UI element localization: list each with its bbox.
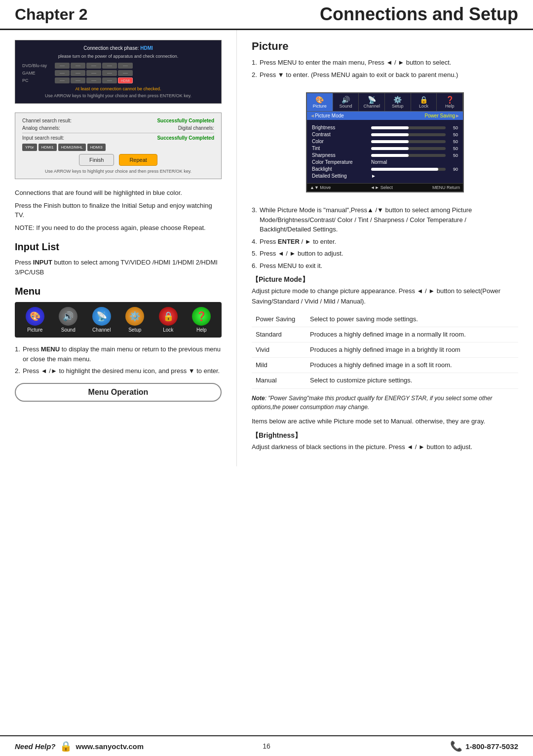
picture-mode-desc: Adjust picture mode to change picture ap… [252,286,518,307]
conn-footer: Use ARROW keys to highlight your choice … [22,93,214,98]
phone-icon: 📞 [450,740,462,752]
tv-tab-setup: ⚙️Setup [385,93,411,111]
tv-tab-picture: 🎨Picture [307,93,333,111]
picture-heading: Picture [252,40,518,53]
picture-mode-bracket: 【Picture Mode】 [252,275,518,284]
mode-desc-manual: Select to customize picture settings. [306,373,518,388]
menu-icon-lock[interactable]: 🔒 Lock [152,305,185,335]
mode-name-mild: Mild [252,358,306,373]
chan-digital-label: Digital channels: [178,125,214,131]
conn-title: Connection check phase: [83,45,139,51]
mode-desc-vivid: Produces a highly defined image in a bri… [306,342,518,357]
page-title: Connections and Setup [320,4,518,25]
menu-bullets: Press MENU to display the main menu or r… [15,344,222,376]
footer-left: Need Help? 🔒 www.sanyoctv.com [15,740,144,752]
tv-ui-body: Brightness 50 Contrast 50 Color 50 [307,122,463,183]
connection-check-screen: Connection check phase: HDMI please turn… [15,40,222,104]
page-header: Chapter 2 Connections and Setup [0,0,533,30]
menu-icon-setup[interactable]: ⚙️ Setup [119,305,152,335]
input-list-desc: Press INPUT button to select among TV/VI… [15,258,222,277]
picture-bullet-4: Press ENTER / ► to enter. [252,237,518,247]
chan-channels-row: Analog channels: Digital channels: [22,125,214,131]
brightness-bracket: 【Brightness】 [252,431,518,440]
page-footer: Need Help? 🔒 www.sanyoctv.com 16 📞 1-800… [0,735,533,756]
picture-bullets: Press MENU to enter the main menu, Press… [252,58,518,79]
menu-lock-label: Lock [163,327,173,333]
help-icon: ❓ [192,307,211,326]
mode-name-vivid: Vivid [252,342,306,357]
menu-channel-label: Channel [92,327,111,333]
picture-bullet-2: Press ▼ to enter. (Press MENU again to e… [252,70,518,80]
tv-mode-value: Power Saving [424,113,455,118]
mode-row-mild: Mild Produces a highly defined image in … [252,358,518,373]
tv-ui-screenshot: 🎨Picture 🔊Sound 📡Channel ⚙️Setup 🔒Lock [306,92,464,192]
tv-tab-lock: 🔒Lock [411,93,437,111]
menu-bullet-1: Press MENU to display the main menu or r… [15,344,222,364]
chan-footer: Use ARROW keys to highlight your choice … [22,169,214,174]
picture-bullets-3-6: While Picture Mode is "manual",Press▲ /▼… [252,205,518,270]
menu-heading: Menu [15,286,222,297]
setup-icon: ⚙️ [125,307,144,326]
picture-bullet-3: While Picture Mode is "manual",Press▲ /▼… [252,205,518,234]
left-text-block: Connections that are found will be highl… [15,188,222,232]
tv-contrast-row: Contrast 50 [312,132,458,137]
conn-row-pc: PC ── ── ── ── HDMI [22,77,214,83]
chan-result-row: Channel search result: Successfully Comp… [22,118,214,123]
mode-name-standard: Standard [252,327,306,342]
picture-bullet-6: Press MENU to exit it. [252,261,518,271]
input-list-text: Press INPUT button to select among TV/VI… [15,258,222,277]
tv-sharpness-row: Sharpness 50 [312,152,458,158]
menu-sound-label: Sound [61,327,76,333]
mode-name-manual: Manual [252,373,306,388]
tv-color-row: Color 50 [312,139,458,144]
menu-bullet-2: Press ◄ /► to highlight the desired menu… [15,366,222,376]
tv-ui-footer: ▲▼ Move ◄► Select MENU Return [307,183,463,191]
conn-hdmi: HDMI [140,45,153,51]
menu-icon-picture[interactable]: 🎨 Picture [19,305,51,335]
footer-page-number: 16 [263,742,270,750]
mode-row-standard: Standard Produces a highly defined image… [252,327,518,342]
channel-icon: 📡 [92,307,111,326]
tv-tab-channel: 📡Channel [359,93,385,111]
right-column: Picture Press MENU to enter the main men… [237,30,533,466]
menu-help-label: Help [196,327,207,333]
menu-icon-help[interactable]: ❓ Help [186,305,218,335]
padlock-icon: 🔒 [60,740,72,752]
menu-icon-channel[interactable]: 📡 Channel [85,305,118,335]
chan-source-buttons: YPbr HDMI1 HDMI2/MHL HDMI3 [22,144,214,151]
left-column: Connection check phase: HDMI please turn… [0,30,237,466]
text-repeat-note: NOTE: If you need to do the process agai… [15,223,222,233]
menu-icon-sound[interactable]: 🔊 Sound [52,305,85,335]
chan-result-label: Channel search result: [22,118,72,123]
conn-subtitle: please turn on the power of apparatus an… [22,54,214,59]
tv-detailed-row: Detailed Setting ► [312,173,458,179]
finish-button[interactable]: Finish [79,154,114,166]
mode-desc-standard: Produces a highly defined image in a nor… [306,327,518,342]
tv-brightness-row: Brightness 50 [312,125,458,130]
mode-row-vivid: Vivid Produces a highly defined image in… [252,342,518,357]
need-help-label: Need Help? [15,742,56,751]
mode-table: Power Saving Select to power saving mode… [252,312,518,389]
menu-picture-label: Picture [27,327,42,333]
tv-tint-row: Tint 50 [312,146,458,151]
tv-ui-tabs: 🎨Picture 🔊Sound 📡Channel ⚙️Setup 🔒Lock [307,93,463,112]
tv-mode-label: Picture Mode [315,113,424,118]
lock-icon: 🔒 [159,307,178,326]
sound-icon: 🔊 [59,307,77,326]
menu-setup-label: Setup [128,327,141,333]
repeat-button[interactable]: Repeat [119,154,157,166]
tv-tab-help: ❓Help [437,93,463,111]
picture-bullet-1: Press MENU to enter the main menu, Press… [252,58,518,68]
chan-input-result-row: Input search result: Successfully Comple… [22,135,214,141]
menu-icon-bar: 🎨 Picture 🔊 Sound 📡 Channel ⚙️ Setup 🔒 L… [15,302,222,338]
source-hdmi3: HDMI3 [87,144,106,151]
footer-url[interactable]: www.sanyoctv.com [76,742,144,751]
conn-warning: At least one connection cannot be checke… [22,86,214,91]
mode-desc-mild: Produces a highly defined image in a sof… [306,358,518,373]
footer-right: 📞 1-800-877-5032 [450,740,518,752]
chan-action-buttons: Finish Repeat [22,154,214,166]
conn-device-rows: DVD/Blu-ray ── ── ── ── ── GAME ── ── ── [22,63,214,83]
mode-desc-power-saving: Select to power saving mode settings. [306,312,518,327]
chan-analog-label: Analog channels: [22,125,60,131]
chan-input-success: Successfully Completed [157,135,214,141]
